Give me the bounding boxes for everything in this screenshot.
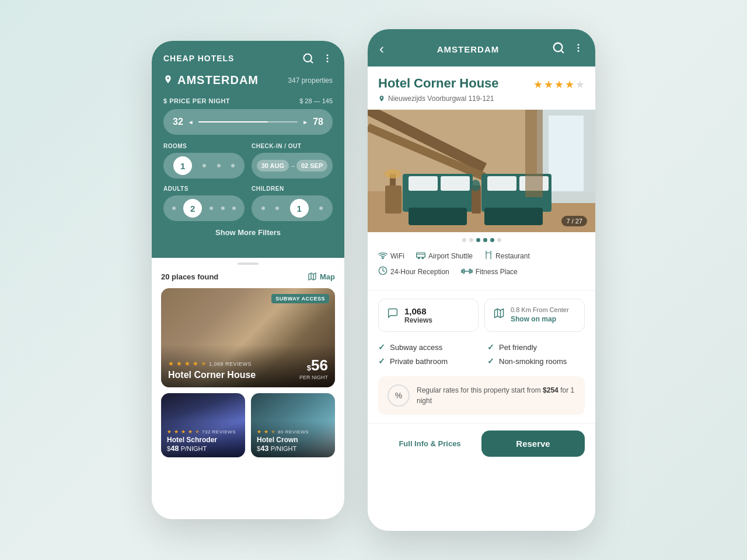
drag-handle [238, 262, 259, 265]
left-phone-header: CHEAP HOTELS AMSTERDAM 347 properties [152, 41, 344, 258]
feature-bathroom: ✓ Private bathroom [378, 356, 476, 366]
distance-text: 0.8 Km From Center [511, 306, 569, 313]
img-dot-5[interactable] [490, 238, 494, 242]
amenity-shuttle: Airport Shuttle [416, 250, 473, 261]
hotel-card-2[interactable]: ★★★ 80 REVIEWS Hotel Crown $43 P/NIGHT [251, 393, 335, 457]
feature-label-1: Subway access [390, 343, 442, 352]
feature-label-3: Private bathroom [390, 357, 448, 366]
checkin-filter[interactable]: 30 AUG → 02 SEP [252, 153, 333, 178]
map-button[interactable]: Map [308, 272, 335, 281]
map-card[interactable]: 0.8 Km From Center Show on map [484, 299, 585, 332]
hotel-main-image[interactable]: 7 / 27 [368, 110, 595, 232]
rooms-filter[interactable]: 1 [163, 153, 245, 178]
adults-filter[interactable]: 2 [163, 195, 245, 221]
hotel-card-info-0: ★★★★★ 1,068 REVIEWS Hotel Corner House $… [161, 345, 335, 387]
location-name: AMSTERDAM [177, 74, 259, 87]
city-title: AMSTERDAM [437, 44, 500, 54]
results-count: 20 places found [161, 272, 218, 281]
check-icon-1: ✓ [378, 342, 385, 352]
svg-rect-26 [385, 186, 402, 214]
reviews-count: 1,068 [404, 306, 432, 316]
adults-value: 2 [183, 199, 202, 218]
price-badge-0: $56 PER NIGHT [299, 356, 328, 380]
search-icon-right[interactable] [552, 41, 565, 57]
children-label: CHILDREN [252, 186, 333, 192]
img-dot-3[interactable] [476, 238, 480, 242]
app-title: CHEAP HOTELS [163, 54, 234, 63]
menu-icon[interactable] [322, 53, 333, 64]
feature-smoking: ✓ Non-smoking rooms [487, 356, 585, 366]
svg-line-1 [310, 61, 313, 63]
svg-point-2 [327, 54, 329, 56]
map-card-icon [493, 307, 505, 322]
reviews-card[interactable]: 1,068 Reviews [378, 299, 479, 332]
price-slider[interactable]: 32 ◄ ► 78 [163, 109, 333, 135]
feature-pet: ✓ Pet friendly [487, 342, 585, 352]
children-value: 1 [290, 199, 309, 218]
subway-badge: SUBWAY ACCESS [271, 294, 329, 303]
hotel-address: Nieuwezijds Voorburgwal 119-121 [378, 94, 585, 103]
svg-rect-24 [409, 208, 467, 225]
menu-icon-right[interactable] [573, 43, 584, 55]
full-info-button[interactable]: Full Info & Prices [378, 431, 481, 456]
feature-label-4: Non-smoking rooms [499, 357, 567, 366]
back-button[interactable]: ‹ [379, 41, 384, 57]
svg-point-31 [471, 180, 480, 191]
svg-point-34 [418, 257, 420, 259]
svg-point-11 [578, 50, 580, 52]
shuttle-label: Airport Shuttle [428, 252, 473, 260]
image-dots [368, 232, 595, 246]
properties-count: 347 properties [288, 76, 333, 85]
svg-rect-22 [487, 176, 516, 191]
svg-line-8 [561, 50, 563, 52]
check-icon-3: ✓ [378, 356, 385, 366]
wifi-label: WiFi [390, 252, 404, 260]
svg-point-10 [578, 47, 580, 49]
price-max: 78 [313, 117, 323, 127]
reserve-button[interactable]: Reserve [481, 430, 585, 457]
shuttle-icon [416, 251, 425, 261]
img-dot-1[interactable] [462, 238, 466, 242]
show-on-map-link[interactable]: Show on map [511, 315, 556, 323]
svg-rect-41 [461, 270, 462, 272]
search-icon[interactable] [302, 52, 314, 64]
svg-point-4 [327, 61, 329, 62]
svg-rect-25 [484, 208, 543, 225]
hotel-detail-header: Hotel Corner House ★ ★ ★ ★ ★ Nieuwezijds… [368, 66, 595, 110]
amenity-fitness: Fitness Place [461, 266, 518, 277]
reviews-label: Reviews [404, 316, 432, 324]
img-dot-6[interactable] [497, 238, 501, 242]
hotel-card-info-2: ★★★ 80 REVIEWS Hotel Crown $43 P/NIGHT [251, 421, 335, 457]
hotel-card-info-1: ★★★★★ 732 REVIEWS Hotel Schroder $48 P/N… [161, 421, 245, 457]
reviews-text-0: 1,068 REVIEWS [209, 361, 252, 367]
svg-point-29 [385, 169, 401, 178]
price-small-2: $43 P/NIGHT [257, 444, 329, 453]
wifi-icon [378, 251, 388, 261]
hotel-name-1: Hotel Schroder [167, 436, 239, 444]
detail-content: Hotel Corner House ★ ★ ★ ★ ★ Nieuwezijds… [368, 66, 595, 531]
right-phone: ‹ AMSTERDAM Hotel Corner House ★ ★ ★ ★ ★ [368, 29, 595, 531]
rooms-label: ROOMS [163, 143, 245, 149]
children-filter[interactable]: 1 [252, 195, 333, 221]
hotel-name-2: Hotel Crown [257, 436, 329, 444]
amenities-section: WiFi Airport Shuttle Restaurant [368, 246, 595, 290]
img-dot-4[interactable] [483, 238, 487, 242]
hotel-card-0[interactable]: SUBWAY ACCESS ★★★★★ 1,068 REVIEWS Hotel … [161, 288, 335, 387]
svg-rect-17 [549, 116, 584, 191]
check-icon-4: ✓ [487, 356, 494, 366]
price-range: $ 28 — 145 [299, 97, 333, 104]
show-more-filters-btn[interactable]: Show More Filters [163, 221, 333, 244]
hotel-card-1[interactable]: ★★★★★ 732 REVIEWS Hotel Schroder $48 P/N… [161, 393, 245, 457]
amenity-restaurant: Restaurant [484, 250, 530, 261]
svg-point-3 [327, 58, 329, 60]
svg-point-9 [578, 44, 580, 46]
info-cards-row: 1,068 Reviews 0.8 Km From Center Show on… [368, 290, 595, 340]
restaurant-icon [484, 250, 493, 261]
svg-rect-30 [525, 110, 543, 197]
img-dot-2[interactable] [469, 238, 473, 242]
checkin-label: CHECK-IN / OUT [252, 143, 333, 149]
svg-rect-44 [469, 269, 470, 273]
checkin-date: 30 AUG [257, 160, 289, 172]
svg-rect-45 [471, 270, 472, 272]
left-phone: CHEAP HOTELS AMSTERDAM 347 properties [152, 41, 344, 519]
